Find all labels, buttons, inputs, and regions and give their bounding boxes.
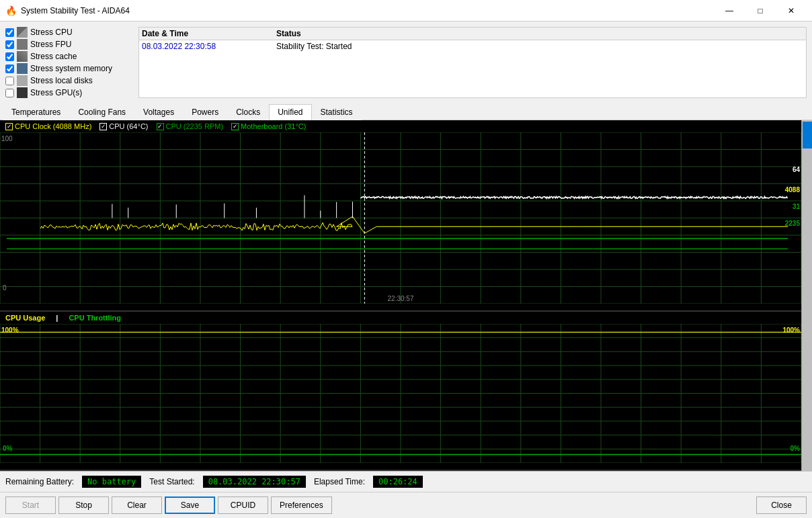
stop-button[interactable]: Stop [58,497,109,514]
close-window-button[interactable]: Close [756,497,807,514]
elapsed-time-label: Elapsed Time: [314,477,365,486]
x-label-time: 22:30:57 [388,295,414,302]
checkbox-item-stress-disk: Stress local disks [5,75,133,86]
legend-checkbox[interactable]: ✓ [5,123,13,130]
maximize-button[interactable]: □ [745,0,776,21]
log-status: Stability Test: Started [276,42,803,51]
log-table: Date & Time Status 08.03.2022 22:30:58 S… [138,27,807,98]
top-chart-legend: ✓ CPU Clock (4088 MHz) ✓ CPU (64°C) ✓ CP… [0,120,801,132]
scroll-thumb[interactable] [803,122,812,148]
tab-voltages[interactable]: Voltages [134,104,183,120]
minimize-button[interactable]: — [714,0,745,21]
checkbox-stress-cache[interactable] [5,52,14,61]
charts-wrapper: ✓ CPU Clock (4088 MHz) ✓ CPU (64°C) ✓ CP… [0,120,812,471]
window-controls: — □ ✕ [714,0,807,21]
top-chart-container: ✓ CPU Clock (4088 MHz) ✓ CPU (64°C) ✓ CP… [0,120,801,312]
legend-checkbox[interactable]: ✓ [157,123,164,130]
bottom-chart-canvas [0,324,801,463]
legend-item: ✓ CPU Clock (4088 MHz) [5,122,91,130]
label-stress-gpu: Stress GPU(s) [30,88,82,97]
clear-button[interactable]: Clear [112,497,162,514]
sidebar-scrollbar[interactable] [801,120,812,471]
title-bar: 🔥 System Stability Test - AIDA64 — □ ✕ [0,0,812,21]
y-label-0: 0 [3,284,7,292]
remaining-battery-label: Remaining Battery: [5,477,74,486]
legend-label: CPU Clock (4088 MHz) [15,122,91,130]
bottom-legend-item: CPU Usage [5,314,45,322]
test-started-label: Test Started: [149,477,194,486]
tab-unified[interactable]: Unified [269,104,311,120]
log-header: Date & Time Status [139,28,806,40]
cpuid-button[interactable]: CPUID [218,497,268,514]
tab-cooling-fans[interactable]: Cooling Fans [69,104,134,120]
checkbox-item-stress-mem: Stress system memory [5,63,133,74]
right-label-2235: 2235 [785,220,800,227]
close-button[interactable]: ✕ [776,0,807,21]
bottom-legend-item: | [56,314,58,322]
y-label-100: 100 [1,135,13,142]
checkbox-stress-gpu[interactable] [5,89,14,97]
log-date: 08.03.2022 22:30:58 [142,42,276,51]
right-top-label: 100% [782,327,800,334]
remaining-battery-value: No battery [82,476,141,488]
right-label-4088: 4088 [785,186,800,193]
app-icon: 🔥 [5,5,17,16]
preferences-button[interactable]: Preferences [271,497,332,514]
tab-powers[interactable]: Powers [183,104,227,120]
checkbox-item-stress-cpu: Stress CPU [5,27,133,38]
legend-item: ✓ CPU (64°C) [99,122,148,130]
label-stress-cache: Stress cache [30,52,77,61]
icon-stress-disk [17,75,28,86]
icon-stress-cache [17,51,28,62]
label-stress-mem: Stress system memory [30,64,112,73]
start-button[interactable]: Start [5,497,56,514]
elapsed-time-value: 00:26:24 [373,476,423,488]
window-title: System Stability Test - AIDA64 [21,6,714,15]
button-bar: Start Stop Clear Save CPUID Preferences … [0,492,812,518]
icon-stress-cpu [17,27,28,38]
top-chart-canvas [0,132,801,304]
legend-label: Motherboard (31°C) [241,122,306,130]
legend-item: ✓ CPU (2235 RPM) [157,122,224,130]
tab-statistics[interactable]: Statistics [312,104,362,120]
icon-stress-fpu [17,39,28,50]
tab-temperatures[interactable]: Temperatures [3,104,69,120]
tab-clocks[interactable]: Clocks [227,104,269,120]
right-bottom-label: 0% [790,445,800,452]
icon-stress-mem [17,63,28,74]
label-stress-disk: Stress local disks [30,76,93,85]
icon-stress-gpu [17,87,28,98]
legend-checkbox[interactable]: ✓ [99,123,107,130]
checkbox-item-stress-fpu: Stress FPU [5,39,133,50]
checkbox-stress-mem[interactable] [5,64,14,73]
checkbox-panel: Stress CPU Stress FPU Stress cache Stres… [5,27,133,98]
legend-item: ✓ Motherboard (31°C) [231,122,306,130]
checkbox-stress-disk[interactable] [5,77,14,85]
label-stress-cpu: Stress CPU [30,28,73,37]
bottom-chart-container: CPU Usage|CPU Throttling 100% 0% 100% 0% [0,312,801,471]
test-started-value: 08.03.2022 22:30:57 [203,476,306,488]
status-bar: Remaining Battery: No battery Test Start… [0,471,812,492]
save-button[interactable]: Save [165,497,215,514]
legend-label: CPU (64°C) [109,122,148,130]
right-label-64: 64 [793,166,800,173]
bottom-chart-legend: CPU Usage|CPU Throttling [0,312,801,324]
checkbox-stress-fpu[interactable] [5,40,14,49]
col-datetime: Date & Time [142,29,276,38]
legend-label: CPU (2235 RPM) [166,122,224,130]
label-stress-fpu: Stress FPU [30,40,71,49]
checkbox-stress-cpu[interactable] [5,28,14,37]
log-row: 08.03.2022 22:30:58 Stability Test: Star… [139,40,806,52]
top-section: Stress CPU Stress FPU Stress cache Stres… [0,21,812,103]
legend-checkbox[interactable]: ✓ [231,123,239,130]
checkbox-item-stress-cache: Stress cache [5,51,133,62]
y-bottom-label: 0% [3,445,12,452]
tabs-bar: TemperaturesCooling FansVoltagesPowersCl… [0,103,812,120]
bottom-legend-item: CPU Throttling [69,314,121,322]
charts-content: ✓ CPU Clock (4088 MHz) ✓ CPU (64°C) ✓ CP… [0,120,801,471]
checkbox-item-stress-gpu: Stress GPU(s) [5,87,133,98]
y-top-label: 100% [1,327,19,334]
col-status: Status [276,29,803,38]
right-label-31: 31 [793,203,800,210]
main-window: Stress CPU Stress FPU Stress cache Stres… [0,21,812,518]
